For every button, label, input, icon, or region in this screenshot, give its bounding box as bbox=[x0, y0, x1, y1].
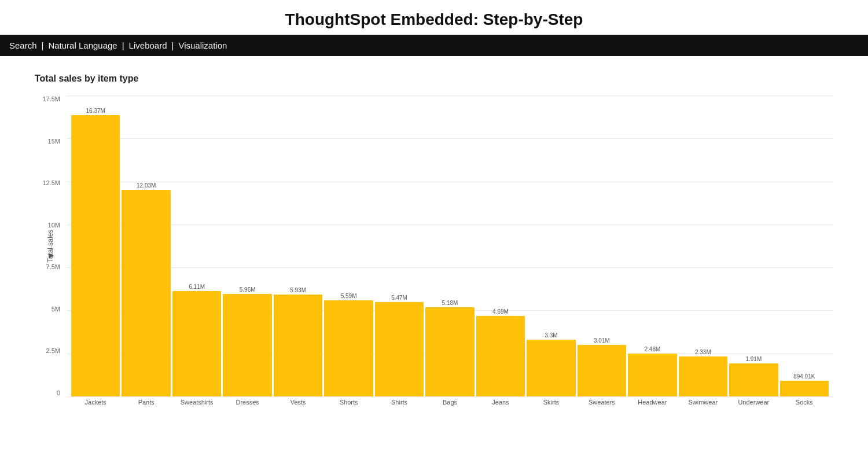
bar-group-skirts[interactable]: 3.3M bbox=[527, 95, 575, 396]
bar-value-12: 2.33M bbox=[695, 349, 711, 355]
x-axis-labels: JacketsPantsSweatshirtsDressesVestsShort… bbox=[67, 399, 833, 406]
x-label-1: Pants bbox=[122, 399, 170, 406]
y-tick-4: 7.5M bbox=[36, 263, 64, 270]
x-label-6: Shirts bbox=[375, 399, 424, 406]
bar-rect-9[interactable] bbox=[527, 340, 575, 396]
x-label-0: Jackets bbox=[71, 399, 120, 406]
x-label-4: Vests bbox=[274, 399, 322, 406]
nav-item-liveboard[interactable]: Liveboard bbox=[129, 41, 167, 50]
bar-value-0: 16.37M bbox=[86, 108, 105, 114]
y-tick-1: 15M bbox=[36, 138, 64, 145]
chart-container: Total sales 17.5M15M12.5M10M7.5M5M2.5M0 … bbox=[35, 95, 833, 431]
bar-value-4: 5.93M bbox=[290, 287, 306, 293]
nav-separator-1: | bbox=[42, 41, 44, 50]
bar-group-dresses[interactable]: 5.96M bbox=[223, 95, 271, 396]
bar-rect-5[interactable] bbox=[324, 300, 373, 396]
page-title: ThoughtSpot Embedded: Step-by-Step bbox=[0, 0, 868, 35]
bar-group-shirts[interactable]: 5.47M bbox=[375, 95, 424, 396]
bar-rect-1[interactable] bbox=[122, 190, 170, 396]
bar-group-jeans[interactable]: 4.69M bbox=[476, 95, 525, 396]
y-tick-7: 0 bbox=[36, 389, 64, 396]
grid-line-7 bbox=[67, 396, 833, 397]
bar-group-sweatshirts[interactable]: 6.11M bbox=[172, 95, 221, 396]
x-label-3: Dresses bbox=[223, 399, 271, 406]
bar-rect-8[interactable] bbox=[476, 316, 525, 396]
x-label-14: Socks bbox=[780, 399, 829, 406]
bar-value-10: 3.01M bbox=[594, 337, 610, 344]
x-label-2: Sweatshirts bbox=[172, 399, 221, 406]
nav-item-natural-language[interactable]: Natural Language bbox=[48, 41, 117, 50]
nav-separator-3: | bbox=[172, 41, 174, 50]
y-tick-5: 5M bbox=[36, 306, 64, 312]
nav-item-visualization[interactable]: Visualization bbox=[178, 41, 227, 50]
bar-rect-10[interactable] bbox=[578, 345, 626, 396]
bar-rect-2[interactable] bbox=[172, 291, 221, 396]
bar-group-jackets[interactable]: 16.37M bbox=[71, 95, 120, 396]
y-tick-6: 2.5M bbox=[36, 347, 64, 354]
bar-group-pants[interactable]: 12.03M bbox=[122, 95, 170, 396]
bars-and-grid: 16.37M12.03M6.11M5.96M5.93M5.59M5.47M5.1… bbox=[67, 95, 833, 396]
bar-group-vests[interactable]: 5.93M bbox=[274, 95, 322, 396]
bar-rect-3[interactable] bbox=[223, 294, 271, 396]
bar-value-13: 1.91M bbox=[745, 356, 762, 362]
bar-value-9: 3.3M bbox=[545, 332, 557, 339]
bar-group-sweaters[interactable]: 3.01M bbox=[578, 95, 626, 396]
y-tick-2: 12.5M bbox=[36, 179, 64, 186]
x-label-9: Skirts bbox=[527, 399, 575, 406]
bar-value-7: 5.18M bbox=[442, 300, 458, 306]
chart-section: Total sales by item type Total sales 17.… bbox=[0, 56, 868, 443]
axis-arrows: ↓ ▶ bbox=[49, 243, 54, 259]
bar-group-bags[interactable]: 5.18M bbox=[425, 95, 474, 396]
bar-rect-0[interactable] bbox=[71, 115, 120, 396]
bar-rect-6[interactable] bbox=[375, 302, 424, 396]
x-label-11: Headwear bbox=[628, 399, 676, 406]
nav-item-search[interactable]: Search bbox=[9, 41, 37, 50]
bar-value-6: 5.47M bbox=[391, 295, 407, 301]
bar-rect-13[interactable] bbox=[729, 363, 778, 396]
bar-group-headwear[interactable]: 2.48M bbox=[628, 95, 676, 396]
y-tick-0: 17.5M bbox=[36, 95, 64, 102]
bar-rect-14[interactable] bbox=[780, 381, 829, 396]
bar-group-swimwear[interactable]: 2.33M bbox=[679, 95, 727, 396]
bar-group-underwear[interactable]: 1.91M bbox=[729, 95, 778, 396]
bar-value-5: 5.59M bbox=[341, 293, 357, 299]
bar-rect-11[interactable] bbox=[628, 354, 676, 396]
bar-value-3: 5.96M bbox=[240, 286, 256, 293]
bar-value-14: 894.01K bbox=[793, 373, 815, 380]
nav-separator-2: | bbox=[122, 41, 124, 50]
bar-value-1: 12.03M bbox=[137, 182, 156, 189]
x-label-10: Sweaters bbox=[578, 399, 626, 406]
bar-value-2: 6.11M bbox=[189, 284, 205, 290]
y-tick-3: 10M bbox=[36, 222, 64, 229]
x-label-5: Shorts bbox=[324, 399, 373, 406]
x-label-7: Bags bbox=[425, 399, 474, 406]
bar-group-socks[interactable]: 894.01K bbox=[780, 95, 829, 396]
bar-value-8: 4.69M bbox=[492, 308, 509, 315]
bar-rect-7[interactable] bbox=[425, 307, 474, 396]
chart-title: Total sales by item type bbox=[35, 73, 833, 84]
nav-bar: Search | Natural Language | Liveboard | … bbox=[0, 35, 868, 56]
bar-rect-12[interactable] bbox=[679, 356, 727, 396]
bars-wrapper: 16.37M12.03M6.11M5.96M5.93M5.59M5.47M5.1… bbox=[67, 95, 833, 396]
bar-rect-4[interactable] bbox=[274, 295, 322, 396]
x-label-12: Swimwear bbox=[679, 399, 727, 406]
bar-group-shorts[interactable]: 5.59M bbox=[324, 95, 373, 396]
x-label-8: Jeans bbox=[476, 399, 525, 406]
bar-value-11: 2.48M bbox=[644, 346, 660, 352]
x-label-13: Underwear bbox=[729, 399, 778, 406]
